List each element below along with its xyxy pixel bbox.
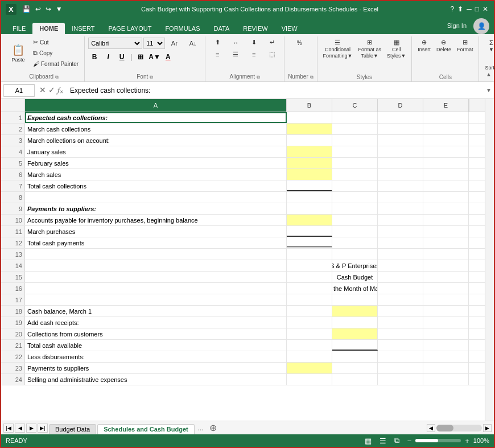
tab-nav-prev[interactable]: ◀: [15, 424, 25, 433]
cell[interactable]: March purchases: [25, 226, 287, 237]
cell[interactable]: [423, 237, 469, 248]
cell[interactable]: [332, 328, 378, 339]
cell[interactable]: [378, 112, 423, 123]
cell[interactable]: [332, 237, 378, 248]
row-number[interactable]: 7: [1, 180, 25, 191]
scroll-left-btn[interactable]: ◀: [427, 424, 435, 432]
align-top-btn[interactable]: ⬆: [209, 38, 226, 47]
cell[interactable]: [378, 249, 423, 260]
row-number[interactable]: 9: [1, 203, 25, 214]
row-number[interactable]: 6: [1, 169, 25, 180]
cell[interactable]: Total cash available: [25, 340, 287, 351]
autosum-btn[interactable]: Σ ▼: [482, 38, 495, 54]
number-dialog-launcher[interactable]: ⧉: [310, 75, 314, 80]
cell[interactable]: [423, 169, 469, 180]
tab-home[interactable]: HOME: [32, 23, 65, 34]
cell[interactable]: [332, 374, 378, 385]
cell[interactable]: S & P Enterprises: [332, 260, 378, 271]
cell[interactable]: Selling and administrative expenses: [25, 374, 287, 385]
cell[interactable]: [378, 374, 423, 385]
cell[interactable]: [25, 283, 287, 294]
cell[interactable]: [423, 203, 469, 214]
cell[interactable]: [332, 124, 378, 134]
cell[interactable]: [378, 306, 423, 317]
cell[interactable]: [332, 180, 378, 191]
row-number[interactable]: 10: [1, 215, 25, 225]
tab-schedules-cash-budget[interactable]: Schedules and Cash Budget: [97, 424, 195, 434]
cell[interactable]: [332, 306, 378, 317]
zoom-out-btn[interactable]: −: [406, 436, 414, 446]
sign-in-btn[interactable]: Sign In: [443, 20, 471, 31]
redo-btn[interactable]: ↪: [44, 4, 52, 14]
align-middle-btn[interactable]: ↔: [227, 38, 244, 47]
col-header-c[interactable]: C: [332, 99, 378, 112]
row-number[interactable]: 1: [1, 112, 25, 123]
cell[interactable]: Cash Budget: [332, 272, 378, 282]
row-number[interactable]: 4: [1, 146, 25, 157]
cell[interactable]: [423, 374, 469, 385]
cell-styles-btn[interactable]: ▦ Cell Styles▼: [385, 38, 408, 60]
cell[interactable]: For the Month of March: [332, 283, 378, 294]
cell[interactable]: [378, 192, 423, 203]
row-number[interactable]: 22: [1, 351, 25, 362]
cell[interactable]: [332, 215, 378, 225]
cell[interactable]: [287, 374, 332, 385]
cell[interactable]: [332, 226, 378, 237]
cell[interactable]: [332, 340, 378, 351]
cell[interactable]: [423, 340, 469, 351]
cell[interactable]: Accounts payable for inventory purchases…: [25, 215, 287, 225]
cell[interactable]: [423, 363, 469, 373]
col-header-a[interactable]: A: [25, 99, 287, 112]
cell[interactable]: March cash collections: [25, 124, 287, 134]
cell[interactable]: [332, 363, 378, 373]
cell[interactable]: Less disbursements:: [25, 351, 287, 362]
tab-insert[interactable]: INSERT: [65, 23, 101, 34]
tab-formulas[interactable]: FORMULAS: [158, 23, 207, 34]
cell[interactable]: [287, 306, 332, 317]
row-number[interactable]: 23: [1, 363, 25, 373]
row-number[interactable]: 12: [1, 237, 25, 248]
cell[interactable]: [287, 226, 332, 237]
cell[interactable]: [332, 249, 378, 260]
row-number[interactable]: 17: [1, 294, 25, 305]
page-layout-view-btn[interactable]: ☰: [378, 436, 388, 446]
tab-budget-data[interactable]: Budget Data: [49, 424, 96, 434]
zoom-slider[interactable]: [415, 439, 461, 442]
cell[interactable]: [332, 351, 378, 362]
cell[interactable]: [423, 158, 469, 168]
cell[interactable]: [287, 294, 332, 305]
cell[interactable]: [287, 180, 332, 191]
tab-data[interactable]: DATA: [207, 23, 237, 34]
formula-expand-btn[interactable]: ▼: [486, 87, 492, 93]
row-number[interactable]: 16: [1, 283, 25, 294]
normal-view-btn[interactable]: ▦: [363, 436, 373, 446]
cell[interactable]: [287, 363, 332, 373]
scrollbar-thumb[interactable]: [436, 425, 453, 431]
cell[interactable]: [423, 180, 469, 191]
cell[interactable]: Payments to suppliers:: [25, 203, 287, 214]
cell[interactable]: [287, 135, 332, 146]
align-bottom-btn[interactable]: ⬇: [245, 38, 262, 47]
cell[interactable]: [378, 237, 423, 248]
cell[interactable]: [25, 192, 287, 203]
cell[interactable]: [287, 215, 332, 225]
cell[interactable]: [378, 328, 423, 339]
cell[interactable]: [423, 226, 469, 237]
cancel-formula-icon[interactable]: ✕: [39, 85, 46, 95]
cell[interactable]: [423, 215, 469, 225]
col-header-b[interactable]: B: [287, 99, 332, 112]
cell[interactable]: [378, 180, 423, 191]
cell[interactable]: [287, 169, 332, 180]
font-size-select[interactable]: 11: [143, 38, 165, 49]
delete-cells-btn[interactable]: ⊖ Delete: [434, 38, 453, 54]
cell[interactable]: [287, 249, 332, 260]
italic-btn[interactable]: I: [102, 51, 114, 63]
row-number[interactable]: 5: [1, 158, 25, 168]
cell[interactable]: [287, 340, 332, 351]
zoom-in-btn[interactable]: +: [463, 436, 471, 446]
cell[interactable]: [378, 124, 423, 134]
scrollbar-track[interactable]: [436, 425, 482, 431]
row-number[interactable]: 21: [1, 340, 25, 351]
cell[interactable]: [423, 351, 469, 362]
cell[interactable]: [332, 317, 378, 328]
